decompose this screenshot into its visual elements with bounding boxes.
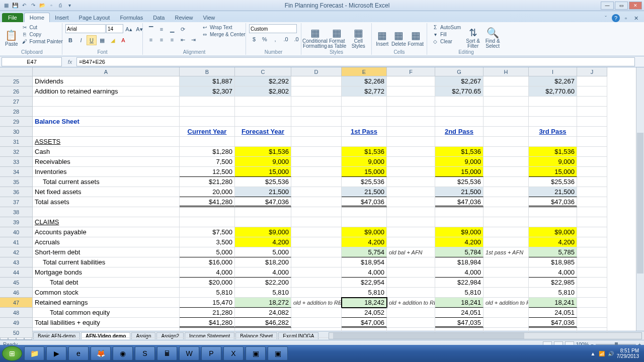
col-header-J[interactable]: J — [577, 67, 607, 76]
cell-I46[interactable]: 5,810 — [529, 288, 577, 298]
cell-A44[interactable]: Mortgage bonds — [33, 267, 180, 278]
cell-B47[interactable]: 15,470 — [180, 298, 235, 308]
cell-J49[interactable] — [577, 318, 607, 328]
cell-H40[interactable] — [484, 227, 529, 237]
spreadsheet-grid[interactable]: ABCDEFGHIJ 25Dividends$1,887$2,292$2,268… — [0, 67, 644, 331]
cell-J48[interactable] — [577, 308, 607, 318]
cell-A50[interactable] — [33, 328, 180, 338]
cell-A45[interactable]: Total debt — [33, 278, 180, 288]
cell-B25[interactable]: $1,887 — [180, 76, 235, 86]
cell-J25[interactable] — [577, 76, 607, 86]
cell-B44[interactable]: 4,000 — [180, 267, 235, 278]
cell-I40[interactable]: $9,000 — [529, 227, 577, 237]
cell-E48[interactable]: 24,052 — [342, 308, 387, 318]
cell-G45[interactable]: $22,984 — [435, 278, 484, 288]
row-header[interactable]: 28 — [0, 107, 33, 117]
sort-filter-button[interactable]: ⇅Sort & Filter — [464, 24, 482, 51]
cell-C43[interactable]: $18,200 — [235, 257, 291, 267]
select-all-corner[interactable] — [0, 67, 33, 76]
cell-B41[interactable]: 3,500 — [180, 237, 235, 247]
cell-J29[interactable] — [577, 117, 607, 127]
cell-F32[interactable] — [387, 147, 435, 157]
cell-G28[interactable] — [435, 107, 484, 117]
border-button[interactable]: ▦ — [97, 35, 107, 45]
col-header-B[interactable]: B — [180, 67, 235, 76]
cell-E42[interactable]: 5,754 — [342, 247, 387, 257]
qat-more-icon[interactable]: ▾ — [65, 2, 73, 10]
cell-J33[interactable] — [577, 157, 607, 167]
orientation-icon[interactable]: ⟳ — [178, 24, 188, 34]
cell-G26[interactable]: $2,770.65 — [435, 86, 484, 97]
print-icon[interactable]: ⎙ — [56, 2, 64, 10]
cell-F26[interactable] — [387, 86, 435, 97]
cell-I49[interactable]: $47,036 — [529, 318, 577, 328]
row-header[interactable]: 50 — [0, 328, 33, 338]
cell-J30[interactable] — [577, 127, 607, 137]
cell-B37[interactable]: $41,280 — [180, 197, 235, 207]
system-tray[interactable]: ▲ 📶 🔊 8:51 PM 7/29/2013 — [591, 348, 642, 359]
cell-C46[interactable]: 5,810 — [235, 288, 291, 298]
col-header-G[interactable]: G — [435, 67, 484, 76]
close-button[interactable]: ✕ — [629, 2, 642, 10]
cell-D43[interactable] — [291, 257, 342, 267]
cell-I29[interactable] — [529, 117, 577, 127]
cell-H25[interactable] — [484, 76, 529, 86]
formula-bar[interactable] — [76, 57, 635, 66]
row-header[interactable]: 49 — [0, 318, 33, 328]
cell-F48[interactable] — [387, 308, 435, 318]
cell-F42[interactable]: old bal + AFN — [387, 247, 435, 257]
row-header[interactable]: 37 — [0, 197, 33, 207]
cell-D34[interactable] — [291, 167, 342, 177]
cell-C32[interactable]: $1,536 — [235, 147, 291, 157]
cell-H45[interactable] — [484, 278, 529, 288]
help-icon[interactable]: ? — [612, 14, 620, 22]
cell-B45[interactable]: $20,000 — [180, 278, 235, 288]
align-bottom-icon[interactable]: ▁ — [167, 24, 177, 34]
col-header-D[interactable]: D — [291, 67, 342, 76]
row-header[interactable]: 30 — [0, 127, 33, 137]
cell-C28[interactable] — [235, 107, 291, 117]
cell-H28[interactable] — [484, 107, 529, 117]
cell-J26[interactable] — [577, 86, 607, 97]
cell-E49[interactable]: $47,006 — [342, 318, 387, 328]
cell-E27[interactable] — [342, 97, 387, 107]
cell-B35[interactable]: $21,280 — [180, 177, 235, 187]
cell-F27[interactable] — [387, 97, 435, 107]
row-header[interactable]: 46 — [0, 288, 33, 298]
cell-A29[interactable]: Balance Sheet — [33, 117, 180, 127]
row-header[interactable]: 35 — [0, 177, 33, 187]
cell-C38[interactable] — [235, 207, 291, 217]
cell-A32[interactable]: Cash — [33, 147, 180, 157]
cell-F37[interactable] — [387, 197, 435, 207]
cell-H34[interactable] — [484, 167, 529, 177]
cell-B30[interactable]: Current Year — [180, 127, 235, 137]
taskbar-ie-icon[interactable]: e — [68, 346, 89, 360]
cell-B50[interactable] — [180, 328, 235, 338]
col-header-F[interactable]: F — [387, 67, 435, 76]
cell-D49[interactable] — [291, 318, 342, 328]
taskbar-app1-icon[interactable]: ▣ — [246, 346, 266, 360]
cell-H26[interactable] — [484, 86, 529, 97]
cell-B43[interactable]: $16,000 — [180, 257, 235, 267]
delete-cells-button[interactable]: ▦Delete — [391, 24, 407, 51]
tab-home[interactable]: Home — [24, 13, 50, 22]
cell-I44[interactable]: 4,000 — [529, 267, 577, 278]
cell-C30[interactable]: Forecast Year — [235, 127, 291, 137]
cell-H43[interactable] — [484, 257, 529, 267]
cell-E31[interactable] — [342, 137, 387, 147]
cell-B27[interactable] — [180, 97, 235, 107]
font-color-button[interactable]: A — [118, 35, 128, 45]
cell-C37[interactable]: $47,036 — [235, 197, 291, 207]
cell-A28[interactable] — [33, 107, 180, 117]
taskbar-ppt-icon[interactable]: P — [201, 346, 221, 360]
comma-icon[interactable]: , — [270, 34, 280, 44]
cell-F31[interactable] — [387, 137, 435, 147]
increase-font-icon[interactable]: A▴ — [124, 24, 134, 34]
tab-review[interactable]: Review — [170, 13, 198, 22]
cell-G36[interactable]: 21,500 — [435, 187, 484, 197]
window-close-icon[interactable]: ✕ — [632, 14, 640, 22]
cell-D38[interactable] — [291, 207, 342, 217]
cell-B32[interactable]: $1,280 — [180, 147, 235, 157]
row-header[interactable]: 38 — [0, 207, 33, 217]
conditional-formatting-button[interactable]: ▦Conditional Formatting — [304, 24, 326, 51]
